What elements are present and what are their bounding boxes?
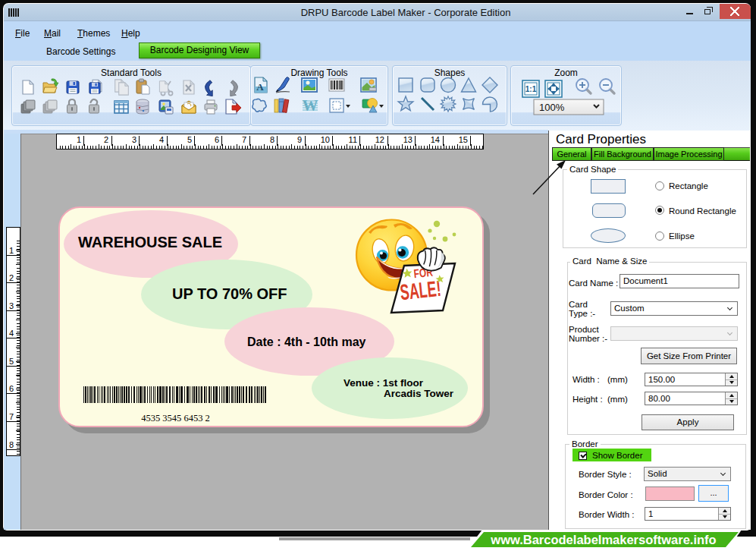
svg-text:100%: 100% bbox=[539, 102, 565, 113]
svg-text:1:1: 1:1 bbox=[525, 85, 537, 93]
svg-text:A: A bbox=[256, 81, 264, 93]
svg-text:SALE!: SALE! bbox=[399, 276, 442, 304]
svg-text:www.Barcodelabelmakersoftware.: www.Barcodelabelmakersoftware.info bbox=[490, 533, 716, 546]
